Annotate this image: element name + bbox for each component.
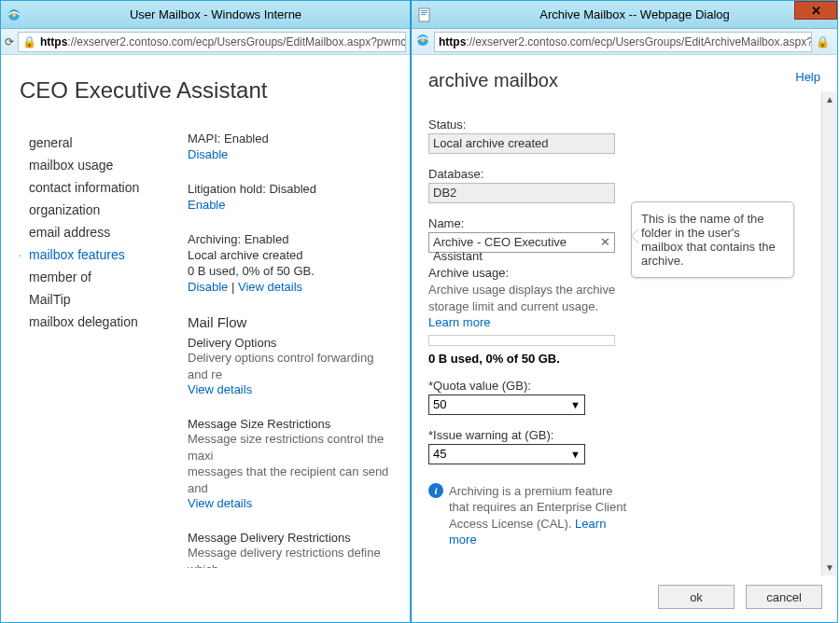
msr-view-link[interactable]: View details: [188, 496, 391, 510]
quota-label: *Quota value (GB):: [428, 379, 632, 393]
page-title: archive mailbox: [428, 70, 558, 91]
name-tooltip: This is the name of the folder in the us…: [631, 201, 794, 278]
lock-icon: 🔒: [816, 35, 830, 48]
nav-general[interactable]: general: [20, 132, 178, 154]
page-icon: [417, 7, 432, 22]
cancel-button[interactable]: cancel: [746, 585, 822, 609]
nav-organization[interactable]: organization: [20, 199, 178, 221]
litigation-enable-link[interactable]: Enable: [188, 198, 391, 212]
url-scheme: https: [439, 35, 466, 48]
refresh-icon[interactable]: ⟳: [5, 35, 14, 48]
warning-value: 45: [433, 447, 446, 461]
svg-rect-3: [421, 10, 427, 11]
mapi-disable-link[interactable]: Disable: [188, 147, 391, 161]
url-box[interactable]: https://exserver2.contoso.com/ecp/UsersG…: [434, 32, 812, 52]
url-box[interactable]: 🔒 https://exserver2.contoso.com/ecp/User…: [18, 32, 406, 52]
archiving-view-link[interactable]: View details: [238, 280, 302, 294]
mdr-title: Message Delivery Restrictions: [188, 531, 391, 545]
window-title: Archive Mailbox -- Webpage Dialog: [438, 7, 832, 21]
ok-button[interactable]: ok: [658, 585, 735, 609]
mapi-label: MAPI: Enabled: [188, 132, 391, 145]
chevron-down-icon: ▼: [570, 449, 581, 460]
content-area: CEO Executive Assistant general mailbox …: [1, 55, 410, 622]
ie-small-icon: [415, 33, 430, 50]
help-link[interactable]: Help: [795, 70, 820, 91]
close-button[interactable]: ✕: [794, 1, 837, 20]
address-bar: ⟳ 🔒 https://exserver2.contoso.com/ecp/Us…: [1, 29, 410, 55]
url-path: ://exserver2.contoso.com/ecp/UsersGroups…: [466, 35, 812, 48]
archiving-disable-link[interactable]: Disable: [188, 280, 228, 294]
name-value: Archive - CEO Executive Assistant: [433, 235, 567, 263]
quota-value: 50: [433, 397, 446, 411]
ie-icon: [7, 7, 21, 22]
database-field: DB2: [428, 183, 615, 203]
usage-text: 0 B used, 0% of 50 GB.: [428, 352, 632, 366]
name-label: Name:: [428, 216, 632, 230]
nav-delegation[interactable]: mailbox delegation: [20, 311, 178, 333]
msr-title: Message Size Restrictions: [188, 417, 391, 431]
scrollbar[interactable]: ▲ ▼: [821, 91, 837, 575]
msr-desc2: messages that the recipient can send and: [188, 464, 391, 496]
svg-rect-5: [421, 14, 426, 15]
nav-contact[interactable]: contact information: [20, 176, 178, 199]
address-bar: https://exserver2.contoso.com/ecp/UsersG…: [412, 29, 837, 55]
titlebar[interactable]: Archive Mailbox -- Webpage Dialog ✕: [412, 1, 837, 29]
nav-member[interactable]: member of: [20, 266, 178, 288]
quota-select[interactable]: 50 ▼: [428, 395, 585, 415]
archive-mailbox-dialog: Archive Mailbox -- Webpage Dialog ✕ http…: [411, 0, 838, 623]
database-label: Database:: [428, 167, 632, 181]
archive-usage-learn-link[interactable]: Learn more: [428, 315, 490, 329]
window-title: User Mailbox - Windows Interne: [27, 7, 404, 21]
archiving-label: Archiving: Enabled: [188, 232, 391, 246]
archiving-usage: 0 B used, 0% of 50 GB.: [188, 264, 391, 278]
litigation-label: Litigation hold: Disabled: [188, 182, 391, 196]
url-path: ://exserver2.contoso.com/ecp/UsersGroups…: [67, 35, 406, 48]
scroll-up-icon[interactable]: ▲: [822, 91, 838, 107]
warning-select[interactable]: 45 ▼: [428, 444, 585, 464]
svg-point-1: [12, 13, 16, 17]
usage-bar: [428, 335, 615, 346]
archiving-status: Local archive created: [188, 248, 391, 262]
clear-icon[interactable]: ✕: [600, 235, 610, 249]
archive-usage-label: Archive usage:: [428, 266, 632, 280]
nav-mailtip[interactable]: MailTip: [20, 288, 178, 311]
msr-desc1: Message size restrictions control the ma…: [188, 431, 391, 464]
page-title: CEO Executive Assistant: [20, 77, 391, 104]
url-scheme: https: [40, 35, 67, 48]
user-mailbox-window: User Mailbox - Windows Interne ⟳ 🔒 https…: [0, 0, 411, 623]
nav-features[interactable]: mailbox features: [20, 243, 178, 266]
warning-label: *Issue warning at (GB):: [428, 428, 632, 442]
delivery-desc: Delivery options control forwarding and …: [188, 350, 391, 382]
content-area: archive mailbox Help Status: Local archi…: [412, 55, 837, 622]
titlebar[interactable]: User Mailbox - Windows Interne: [1, 1, 410, 29]
status-label: Status:: [428, 118, 632, 132]
info-note: i Archiving is a premium feature that re…: [428, 483, 634, 548]
lock-icon: 🔒: [22, 35, 36, 48]
svg-rect-4: [421, 12, 427, 13]
name-input[interactable]: Archive - CEO Executive Assistant ✕: [428, 232, 615, 253]
scroll-down-icon[interactable]: ▼: [822, 560, 838, 575]
delivery-view-link[interactable]: View details: [188, 382, 391, 396]
form-area: Status: Local archive created Database: …: [428, 118, 632, 548]
main-panel: MAPI: Enabled Disable Litigation hold: D…: [188, 132, 391, 568]
mdr-desc1: Message delivery restrictions define whi…: [188, 545, 391, 568]
info-icon: i: [428, 483, 443, 498]
chevron-down-icon: ▼: [570, 399, 581, 410]
archive-usage-desc: Archive usage displays the archive stora…: [428, 282, 624, 331]
nav-usage[interactable]: mailbox usage: [20, 154, 178, 176]
delivery-options-title: Delivery Options: [188, 336, 391, 350]
sidebar-nav: general mailbox usage contact informatio…: [20, 132, 178, 568]
status-field: Local archive created: [428, 133, 615, 154]
dialog-footer: ok cancel: [412, 575, 837, 622]
mailflow-title: Mail Flow: [188, 314, 391, 330]
nav-email[interactable]: email address: [20, 221, 178, 243]
svg-point-7: [421, 38, 425, 42]
